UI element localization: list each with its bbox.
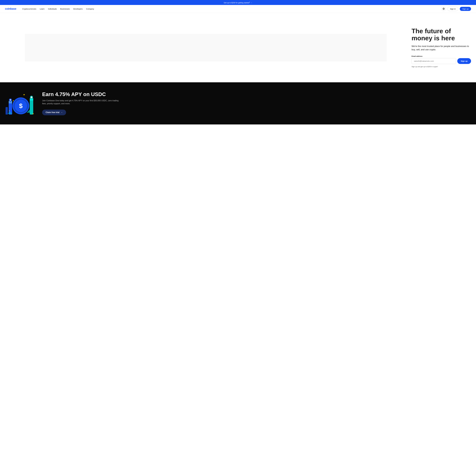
claim-free-trial-button[interactable]: Claim free trial → <box>42 110 66 115</box>
trial-arrow: → <box>61 111 63 114</box>
nav-link-cryptocurrencies[interactable]: Cryptocurrencies <box>22 8 36 10</box>
hero-signup-button[interactable]: Sign up <box>457 58 471 64</box>
signin-button[interactable]: Sign in <box>447 7 458 11</box>
hero-section: The future of money is here We're the mo… <box>0 13 476 82</box>
hero-image <box>25 34 387 61</box>
nav-link-individuals[interactable]: Individuals <box>48 8 57 10</box>
dark-section: $ ✦ ✦ ✦ ✦ Earn 4.75% APY on USDC Join Co… <box>0 82 476 124</box>
banner-arrow: → <box>251 2 252 4</box>
banner-superscript: 1 <box>249 1 250 3</box>
nav-actions: Sign in Sign up <box>442 7 471 11</box>
nav-link-businesses[interactable]: Businesses <box>60 8 70 10</box>
globe-icon[interactable] <box>442 7 446 11</box>
svg-point-5 <box>10 99 11 101</box>
dark-subtitle: Join Coinbase One today and get 4.75% AP… <box>42 99 119 105</box>
navbar: coinbase Cryptocurrencies Learn Individu… <box>0 5 476 13</box>
svg-text:$: $ <box>19 102 23 109</box>
svg-text:✦: ✦ <box>32 113 34 115</box>
svg-text:✦: ✦ <box>12 100 14 102</box>
hero-content: The future of money is here We're the mo… <box>407 28 471 68</box>
nav-link-learn[interactable]: Learn <box>40 8 45 10</box>
svg-rect-10 <box>6 107 8 115</box>
nav-logo[interactable]: coinbase <box>5 7 16 10</box>
banner-text: Get up to $200 for getting started <box>224 2 249 4</box>
hero-note: Sign up and get up to $200 in crypto¹ <box>411 66 471 68</box>
nav-links: Cryptocurrencies Learn Individuals Busin… <box>22 8 442 10</box>
hero-title: The future of money is here <box>411 28 471 42</box>
nav-link-developers[interactable]: Developers <box>73 8 83 10</box>
trial-label: Claim free trial <box>46 111 59 114</box>
email-row: Sign up <box>411 58 471 64</box>
svg-text:✦: ✦ <box>23 93 25 96</box>
email-label: Email address <box>411 55 471 57</box>
hero-image-area <box>5 30 407 65</box>
email-input[interactable] <box>411 58 456 64</box>
top-banner[interactable]: Get up to $200 for getting started1 → <box>0 0 476 5</box>
nav-link-company[interactable]: Company <box>86 8 94 10</box>
dark-illustration: $ ✦ ✦ ✦ ✦ <box>5 90 37 117</box>
dark-title: Earn 4.75% APY on USDC <box>42 91 471 97</box>
hero-subtitle: We're the most trusted place for people … <box>411 45 471 51</box>
nav-signup-button[interactable]: Sign up <box>460 7 471 11</box>
dark-content: Earn 4.75% APY on USDC Join Coinbase One… <box>42 91 471 115</box>
